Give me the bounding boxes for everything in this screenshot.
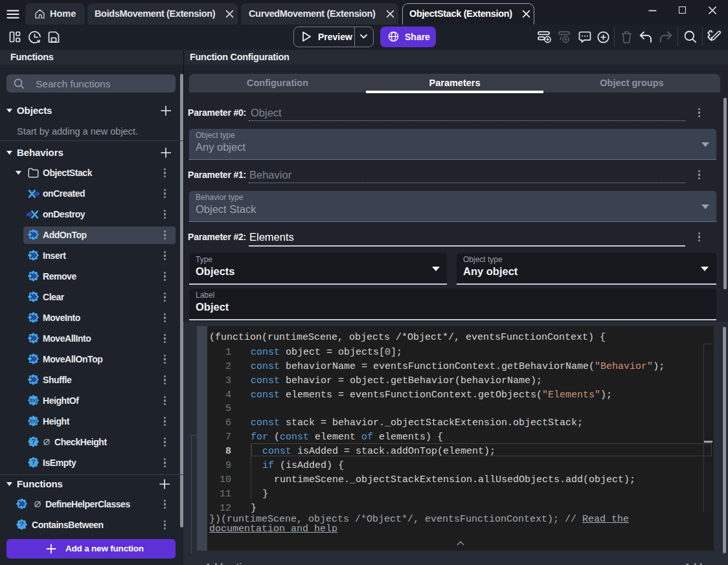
- svg-text:?: ?: [31, 458, 35, 466]
- svg-text:f(x): f(x): [30, 418, 38, 424]
- svg-text:?: ?: [19, 520, 23, 528]
- svg-text:f(x): f(x): [30, 397, 38, 403]
- svg-text:?: ?: [31, 438, 35, 445]
